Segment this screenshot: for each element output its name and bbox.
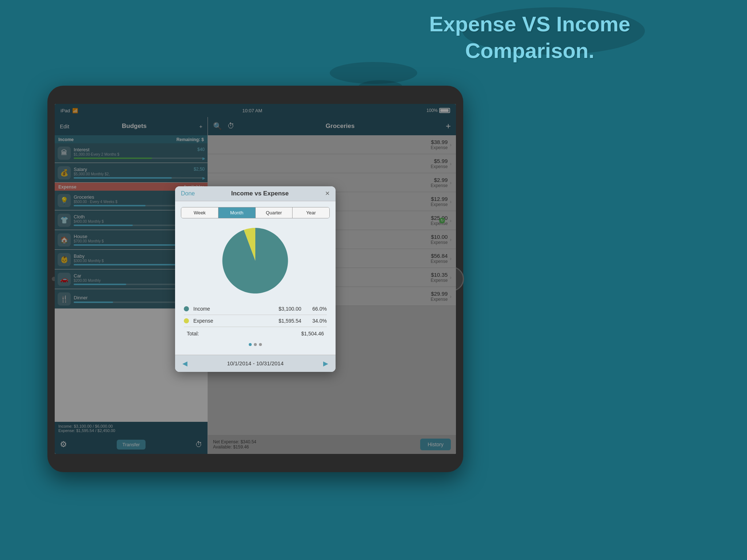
pie-chart [219, 224, 292, 297]
income-vs-expense-modal: Done Income vs Expense ✕ Week Month Quar… [175, 186, 336, 372]
app-title: Expense VS Income Comparison. [429, 11, 630, 64]
tab-quarter[interactable]: Quarter [256, 207, 293, 218]
modal-header: Done Income vs Expense ✕ [175, 186, 336, 201]
page-indicator [181, 340, 330, 349]
tab-week[interactable]: Week [181, 207, 218, 218]
expense-legend-amount: $1,595.54 [279, 318, 301, 324]
page-dot-2 [254, 343, 257, 346]
total-amount: $1,504.46 [301, 331, 324, 337]
modal-overlay: Done Income vs Expense ✕ Week Month Quar… [55, 104, 456, 454]
modal-close-button[interactable]: ✕ [325, 190, 330, 197]
expense-legend-label: Expense [193, 318, 279, 324]
title-line2: Comparison. [429, 38, 630, 64]
total-label: Total: [187, 331, 301, 337]
pie-chart-container [181, 224, 330, 297]
title-line1: Expense VS Income [429, 11, 630, 38]
income-legend-amount: $3,100.00 [279, 306, 301, 312]
next-date-button[interactable]: ▶ [323, 359, 328, 368]
prev-date-button[interactable]: ◀ [182, 359, 187, 368]
chart-legend: Income $3,100.00 66.0% Expense $1,595.54… [181, 303, 330, 340]
income-legend-pct: 66.0% [309, 306, 327, 312]
total-row: Total: $1,504.46 [184, 327, 327, 340]
time-period-tabs: Week Month Quarter Year [181, 207, 330, 218]
tab-month[interactable]: Month [218, 207, 256, 218]
page-dot-3 [259, 343, 262, 346]
modal-title: Income vs Expense [231, 190, 289, 197]
modal-body: Week Month Quarter Year [175, 201, 336, 355]
expense-legend-pct: 34.0% [309, 318, 327, 324]
date-navigation: ◀ 10/1/2014 - 10/31/2014 ▶ [175, 355, 336, 372]
expense-dot [184, 318, 189, 323]
tab-year[interactable]: Year [293, 207, 329, 218]
expense-legend-item: Expense $1,595.54 34.0% [184, 315, 327, 327]
ipad-frame: iPad 📶 10:07 AM 100% Edit Budgets + [47, 86, 463, 472]
date-range-label: 10/1/2014 - 10/31/2014 [227, 360, 283, 366]
income-dot [184, 306, 189, 311]
page-dot-1 [249, 343, 252, 346]
income-legend-label: Income [193, 306, 279, 312]
income-legend-item: Income $3,100.00 66.0% [184, 303, 327, 315]
modal-done-button[interactable]: Done [181, 190, 195, 197]
ipad-screen: iPad 📶 10:07 AM 100% Edit Budgets + [55, 104, 456, 454]
